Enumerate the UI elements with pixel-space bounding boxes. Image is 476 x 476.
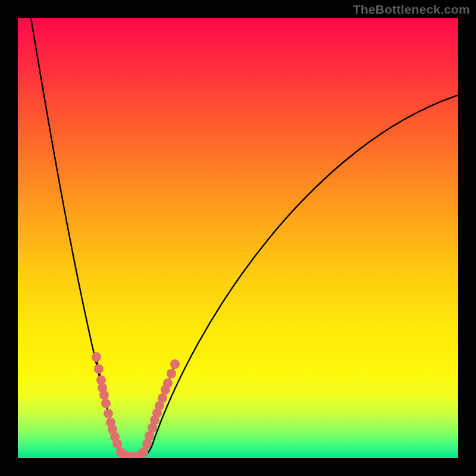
data-point [99,390,109,400]
watermark-text: TheBottleneck.com [353,2,470,17]
curve-layer [18,18,458,458]
chart-frame: TheBottleneck.com [0,0,476,476]
curve-right-curve [137,95,458,458]
plot-area [18,18,458,458]
data-point [92,352,101,362]
data-point [163,378,173,388]
data-point [104,409,113,418]
data-point [94,364,104,374]
data-point [145,431,154,441]
data-point [170,359,180,369]
data-point [101,399,111,408]
data-point [167,369,176,378]
data-point [158,393,167,403]
data-point [139,447,148,457]
curve-left-curve [31,18,129,458]
data-point [112,439,122,449]
